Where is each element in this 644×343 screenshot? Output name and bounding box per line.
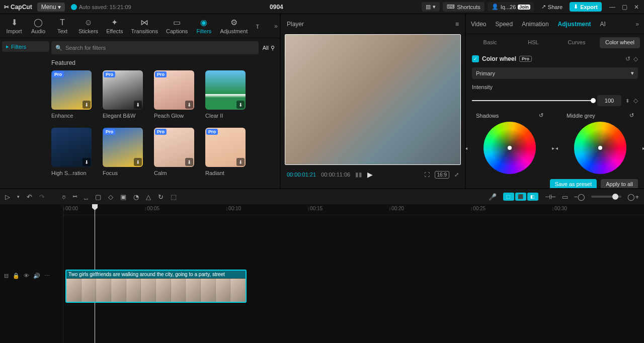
zoom-out-icon[interactable]: −◯ (574, 193, 586, 201)
tab-audio[interactable]: ◯Audio (26, 16, 50, 36)
subtab-colorwheel[interactable]: Color wheel (600, 37, 640, 48)
rtab-ai[interactable]: AI (600, 21, 606, 28)
redo-button[interactable]: ↷ (39, 193, 45, 201)
share-button[interactable]: ↗Share (537, 2, 567, 12)
delete-icon[interactable]: ▢ (95, 193, 101, 201)
download-icon[interactable]: ⬇ (236, 101, 245, 109)
visibility-icon[interactable]: 👁 (24, 273, 29, 279)
subtab-curves[interactable]: Curves (556, 37, 597, 48)
crop-icon[interactable]: ⛶ (424, 172, 430, 178)
chevron-left-icon[interactable]: ◂ (555, 145, 558, 151)
zoom-in-icon[interactable]: ◯+ (627, 193, 639, 201)
user-chip[interactable]: 👤 Iq...26 Join (488, 2, 534, 12)
export-button[interactable]: ⬇Export (570, 2, 602, 12)
filter-card[interactable]: Pro⬇Peach Glow (154, 70, 194, 119)
aspect-ratio-button[interactable]: 16:9 (435, 171, 449, 179)
project-name[interactable]: 0904 (134, 4, 419, 11)
video-clip[interactable]: Two girls girlfriends are walking around… (65, 270, 247, 303)
filter-card[interactable]: Pro⬇Focus (103, 128, 143, 176)
split-right-icon[interactable]: ⎵ (84, 193, 88, 201)
track-mode-2[interactable]: ⬛ (515, 193, 526, 201)
menu-button[interactable]: Menu ▾ (37, 3, 65, 12)
player-menu-icon[interactable]: ≡ (455, 21, 459, 28)
rtab-speed[interactable]: Speed (495, 21, 513, 28)
tab-import[interactable]: ⬇Import (2, 16, 26, 36)
download-icon[interactable]: ⬇ (83, 158, 91, 166)
maximize-button[interactable]: ▢ (619, 2, 630, 12)
mute-icon[interactable]: 🔊 (33, 273, 40, 279)
filter-card[interactable]: Pro⬇Radiant (205, 128, 246, 176)
tab-transitions[interactable]: ⋈Transitions (127, 16, 162, 36)
colorwheel-toggle[interactable]: ✓ (472, 55, 479, 62)
fullscreen-icon[interactable]: ⤢ (454, 172, 459, 178)
play-button[interactable]: ▶ (367, 170, 373, 179)
subtab-hsl[interactable]: HSL (513, 37, 553, 48)
chevron-down-icon[interactable]: ▾ (17, 194, 20, 199)
chevron-left-icon[interactable]: ◂ (466, 145, 467, 151)
download-icon[interactable]: ⬇ (236, 158, 245, 166)
duplicate-icon[interactable]: ▣ (120, 193, 126, 201)
chevron-right-icon[interactable]: ▸ (552, 145, 554, 151)
tabs-overflow-icon[interactable]: » (635, 21, 639, 28)
timeline-tracks-area[interactable]: 00:0000:0500:1000:1500:2000:2500:30 ✎ Co… (63, 204, 644, 343)
timeline-ruler[interactable]: 00:0000:0500:1000:1500:2000:2500:30 (63, 204, 644, 215)
colorwheel-mode-select[interactable]: Primary ▾ (472, 67, 638, 79)
intensity-keyframe-icon[interactable]: ◇ (633, 97, 638, 104)
link-icon[interactable]: ▭ (562, 193, 568, 201)
track-more-icon[interactable]: ⋯ (44, 273, 50, 279)
filter-card[interactable]: ⬇High S...ration (51, 128, 92, 176)
filter-all-button[interactable]: All⚲ (263, 45, 275, 51)
player-viewport[interactable] (285, 34, 461, 165)
rtab-video[interactable]: Video (471, 21, 486, 28)
reset-icon[interactable]: ↺ (539, 112, 543, 119)
tabs-overflow-button[interactable]: » (274, 23, 278, 30)
reset-icon[interactable]: ↺ (625, 55, 630, 62)
keyframe-icon[interactable]: ◇ (633, 55, 638, 62)
apply-all-button[interactable]: Apply to all (601, 179, 638, 188)
speed-icon[interactable]: ◔ (133, 193, 139, 201)
shortcuts-button[interactable]: ⌨Shortcuts (443, 2, 484, 12)
track-mode-1[interactable]: ⬚ (503, 193, 514, 201)
split-left-icon[interactable]: ⎶ (73, 193, 77, 201)
tab-adjustment[interactable]: ⚙Adjustment (216, 16, 252, 36)
download-icon[interactable]: ⬇ (185, 158, 193, 166)
rtab-adjustment[interactable]: Adjustment (558, 21, 591, 28)
download-icon[interactable]: ⬇ (83, 101, 91, 109)
rtab-animation[interactable]: Animation (522, 21, 548, 28)
undo-button[interactable]: ↶ (27, 193, 32, 201)
split-icon[interactable]: ⎏ (62, 193, 66, 201)
zoom-slider[interactable] (591, 196, 621, 198)
crop-icon[interactable]: ⬚ (171, 193, 177, 201)
filter-card[interactable]: Pro⬇Calm (154, 128, 194, 176)
minimize-button[interactable]: — (607, 2, 618, 12)
rotate-icon[interactable]: ↻ (158, 193, 164, 201)
shadows-color-wheel[interactable] (484, 122, 536, 174)
download-icon[interactable]: ⬇ (185, 101, 193, 109)
download-icon[interactable]: ⬇ (134, 158, 142, 166)
intensity-stepper[interactable]: ⬍ (625, 98, 629, 104)
filter-card[interactable]: Pro⬇Elegant B&W (103, 70, 143, 119)
mic-icon[interactable]: 🎤 (489, 193, 497, 201)
reset-icon[interactable]: ↺ (629, 112, 634, 119)
tab-text[interactable]: TText (50, 16, 74, 36)
mirror-icon[interactable]: △ (146, 193, 151, 201)
magnet-icon[interactable]: ⊣⊢ (545, 193, 556, 201)
download-icon[interactable]: ⬇ (134, 101, 142, 109)
lock-icon[interactable]: 🔒 (13, 273, 20, 279)
tab-filters[interactable]: ◉Filters (192, 16, 216, 36)
filter-card[interactable]: Pro⬇Enhance (51, 70, 92, 119)
filter-card[interactable]: ⬇Clear II (205, 70, 246, 119)
tab-stickers[interactable]: ☺Stickers (74, 16, 102, 36)
compare-icon[interactable]: ▮▮ (355, 171, 362, 178)
tab-effects[interactable]: ✦Effects (102, 16, 127, 36)
track-collapse-icon[interactable]: ⊟ (4, 273, 9, 279)
midgrey-color-wheel[interactable] (574, 122, 626, 174)
tab-captions[interactable]: ▭Captions (162, 16, 192, 36)
intensity-value[interactable]: 100 (597, 95, 621, 106)
subtab-basic[interactable]: Basic (470, 37, 510, 48)
selection-tool-icon[interactable]: ▷ (5, 193, 10, 201)
save-preset-button[interactable]: Save as preset (550, 179, 597, 188)
search-input[interactable]: 🔍 Search for filters (51, 41, 259, 54)
track-mode-3[interactable]: ◧ (527, 193, 538, 201)
marker-icon[interactable]: ◇ (108, 193, 113, 201)
